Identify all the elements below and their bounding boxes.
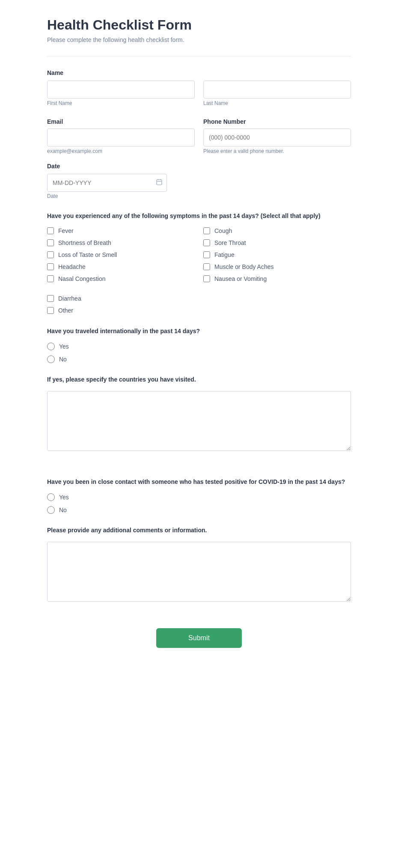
travel-radio-group: Yes No (47, 343, 351, 363)
symptoms-grid: Fever Cough Shortness of Breath Sore Thr… (47, 227, 351, 282)
checkbox-muscle-aches-input[interactable] (203, 263, 210, 270)
checkbox-headache-label: Headache (58, 263, 86, 270)
travel-yes-input[interactable] (47, 343, 55, 350)
checkbox-fatigue[interactable]: Fatigue (203, 251, 351, 258)
contact-yes[interactable]: Yes (47, 493, 351, 501)
checkbox-sore-throat-label: Sore Throat (214, 239, 246, 246)
countries-textarea[interactable] (47, 391, 351, 451)
date-input[interactable] (47, 174, 167, 192)
checkbox-other-label: Other (58, 307, 73, 314)
checkbox-other-input[interactable] (47, 307, 54, 314)
travel-question: Have you traveled internationally in the… (47, 327, 351, 336)
checkbox-cough[interactable]: Cough (203, 227, 351, 234)
checkbox-fatigue-label: Fatigue (214, 251, 235, 258)
checkbox-fever[interactable]: Fever (47, 227, 195, 234)
contact-no-label: No (59, 507, 67, 513)
checkbox-headache[interactable]: Headache (47, 263, 195, 270)
checkbox-diarrhea-label: Diarrhea (58, 295, 81, 302)
checkbox-nasal-congestion[interactable]: Nasal Congestion (47, 275, 195, 282)
checkbox-nausea[interactable]: Nausea or Vomiting (203, 275, 351, 282)
checkbox-diarrhea-input[interactable] (47, 295, 54, 302)
checkbox-muscle-aches[interactable]: Muscle or Body Aches (203, 263, 351, 270)
travel-yes-label: Yes (59, 343, 69, 350)
date-hint: Date (47, 193, 58, 199)
checkbox-nasal-label: Nasal Congestion (58, 275, 106, 282)
checkbox-diarrhea[interactable]: Diarrhea (47, 295, 351, 302)
extra-checkboxes: Diarrhea Other (47, 295, 351, 314)
date-wrapper (47, 174, 167, 192)
checkbox-cough-input[interactable] (203, 227, 210, 234)
checkbox-fever-input[interactable] (47, 227, 54, 234)
page-title: Health Checklist Form (47, 17, 351, 33)
contact-no[interactable]: No (47, 506, 351, 514)
checkbox-sore-throat[interactable]: Sore Throat (203, 239, 351, 246)
comments-textarea[interactable] (47, 542, 351, 602)
phone-hint: Please enter a valid phone number. (203, 148, 351, 154)
name-label: Name (47, 69, 351, 76)
phone-input[interactable] (203, 128, 351, 146)
checkbox-sore-throat-input[interactable] (203, 239, 210, 246)
divider (47, 56, 351, 57)
checkbox-shortness-label: Shortness of Breath (58, 239, 111, 246)
countries-question: If yes, please specify the countries you… (47, 375, 351, 384)
first-name-input[interactable] (47, 81, 195, 98)
checkbox-nausea-input[interactable] (203, 275, 210, 282)
checkbox-nausea-label: Nausea or Vomiting (214, 275, 267, 282)
last-name-hint: Last Name (203, 100, 351, 106)
travel-no-input[interactable] (47, 355, 55, 363)
contact-question: Have you been in close contact with some… (47, 477, 351, 486)
phone-label: Phone Number (203, 118, 351, 125)
email-input[interactable] (47, 128, 195, 146)
last-name-input[interactable] (203, 81, 351, 98)
first-name-hint: First Name (47, 100, 195, 106)
contact-no-input[interactable] (47, 506, 55, 514)
travel-no-label: No (59, 356, 67, 363)
checkbox-taste-smell[interactable]: Loss of Taste or Smell (47, 251, 195, 258)
checkbox-shortness-input[interactable] (47, 239, 54, 246)
date-label: Date (47, 163, 351, 170)
checkbox-cough-label: Cough (214, 227, 232, 234)
checkbox-taste-smell-label: Loss of Taste or Smell (58, 251, 117, 258)
checkbox-muscle-aches-label: Muscle or Body Aches (214, 263, 274, 270)
checkbox-taste-smell-input[interactable] (47, 251, 54, 258)
email-hint: example@example.com (47, 148, 195, 154)
checkbox-headache-input[interactable] (47, 263, 54, 270)
checkbox-nasal-input[interactable] (47, 275, 54, 282)
contact-yes-label: Yes (59, 494, 69, 501)
symptoms-question: Have you experienced any of the followin… (47, 212, 351, 221)
checkbox-fatigue-input[interactable] (203, 251, 210, 258)
checkbox-other[interactable]: Other (47, 307, 351, 314)
checkbox-shortness-of-breath[interactable]: Shortness of Breath (47, 239, 195, 246)
contact-radio-group: Yes No (47, 493, 351, 514)
page-subtitle: Please complete the following health che… (47, 36, 351, 43)
email-label: Email (47, 118, 195, 125)
contact-yes-input[interactable] (47, 493, 55, 501)
checkbox-fever-label: Fever (58, 227, 74, 234)
submit-button[interactable]: Submit (156, 628, 242, 648)
comments-question: Please provide any additional comments o… (47, 526, 351, 535)
travel-yes[interactable]: Yes (47, 343, 351, 350)
travel-no[interactable]: No (47, 355, 351, 363)
